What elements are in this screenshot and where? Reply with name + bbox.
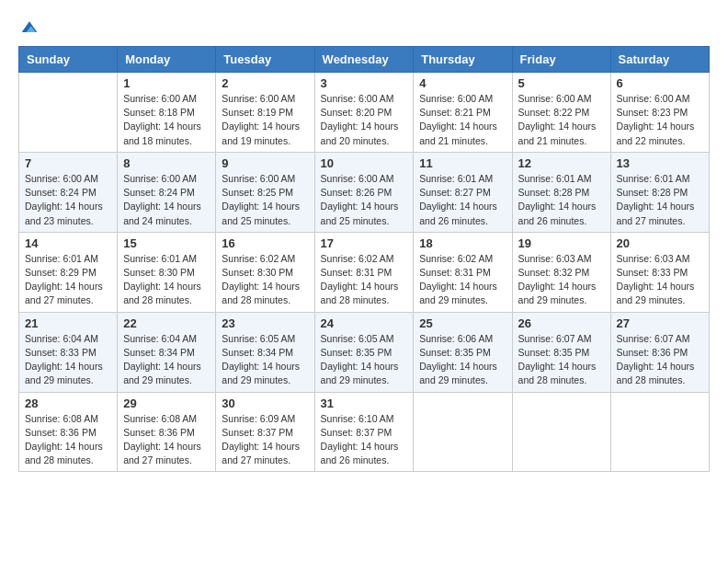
day-info: Sunrise: 6:00 AM Sunset: 8:24 PM Dayligh… <box>25 172 111 228</box>
calendar-cell: 14Sunrise: 6:01 AM Sunset: 8:29 PM Dayli… <box>19 232 118 312</box>
calendar-cell: 16Sunrise: 6:02 AM Sunset: 8:30 PM Dayli… <box>216 232 314 312</box>
day-info: Sunrise: 6:06 AM Sunset: 8:35 PM Dayligh… <box>419 332 506 388</box>
calendar-week-row: 28Sunrise: 6:08 AM Sunset: 8:36 PM Dayli… <box>19 392 710 472</box>
calendar-cell: 12Sunrise: 6:01 AM Sunset: 8:28 PM Dayli… <box>512 152 610 232</box>
day-info: Sunrise: 6:04 AM Sunset: 8:33 PM Dayligh… <box>25 332 111 388</box>
day-number: 27 <box>617 316 703 330</box>
calendar-cell: 8Sunrise: 6:00 AM Sunset: 8:24 PM Daylig… <box>118 152 216 232</box>
day-info: Sunrise: 6:00 AM Sunset: 8:18 PM Dayligh… <box>123 92 210 148</box>
calendar-header-row: SundayMondayTuesdayWednesdayThursdayFrid… <box>19 47 710 73</box>
calendar-cell: 25Sunrise: 6:06 AM Sunset: 8:35 PM Dayli… <box>414 312 512 392</box>
calendar-header-thursday: Thursday <box>414 47 512 73</box>
day-number: 13 <box>617 156 703 170</box>
day-number: 22 <box>123 316 210 330</box>
day-info: Sunrise: 6:00 AM Sunset: 8:22 PM Dayligh… <box>518 92 605 148</box>
calendar-cell: 22Sunrise: 6:04 AM Sunset: 8:34 PM Dayli… <box>118 312 216 392</box>
day-info: Sunrise: 6:09 AM Sunset: 8:37 PM Dayligh… <box>222 412 308 468</box>
logo-icon <box>20 18 39 37</box>
day-info: Sunrise: 6:00 AM Sunset: 8:21 PM Dayligh… <box>419 92 506 148</box>
day-info: Sunrise: 6:02 AM Sunset: 8:31 PM Dayligh… <box>419 252 506 308</box>
day-number: 20 <box>617 236 703 250</box>
calendar-week-row: 1Sunrise: 6:00 AM Sunset: 8:18 PM Daylig… <box>19 73 710 153</box>
day-number: 2 <box>222 76 308 90</box>
calendar-cell: 15Sunrise: 6:01 AM Sunset: 8:30 PM Dayli… <box>118 232 216 312</box>
day-number: 17 <box>321 236 408 250</box>
day-number: 9 <box>222 156 308 170</box>
calendar-cell: 29Sunrise: 6:08 AM Sunset: 8:36 PM Dayli… <box>118 392 216 472</box>
calendar-cell: 19Sunrise: 6:03 AM Sunset: 8:32 PM Dayli… <box>512 232 610 312</box>
calendar-cell: 27Sunrise: 6:07 AM Sunset: 8:36 PM Dayli… <box>610 312 709 392</box>
calendar-cell: 3Sunrise: 6:00 AM Sunset: 8:20 PM Daylig… <box>314 73 414 153</box>
day-number: 21 <box>25 316 111 330</box>
day-info: Sunrise: 6:04 AM Sunset: 8:34 PM Dayligh… <box>123 332 210 388</box>
day-number: 6 <box>617 76 703 90</box>
day-number: 8 <box>123 156 210 170</box>
day-number: 23 <box>222 316 308 330</box>
calendar-table: SundayMondayTuesdayWednesdayThursdayFrid… <box>18 46 710 472</box>
day-info: Sunrise: 6:01 AM Sunset: 8:27 PM Dayligh… <box>419 172 506 228</box>
calendar-cell: 1Sunrise: 6:00 AM Sunset: 8:18 PM Daylig… <box>118 73 216 153</box>
day-info: Sunrise: 6:02 AM Sunset: 8:31 PM Dayligh… <box>321 252 408 308</box>
calendar-cell: 24Sunrise: 6:05 AM Sunset: 8:35 PM Dayli… <box>314 312 414 392</box>
day-number: 11 <box>419 156 506 170</box>
calendar-cell: 17Sunrise: 6:02 AM Sunset: 8:31 PM Dayli… <box>314 232 414 312</box>
day-info: Sunrise: 6:03 AM Sunset: 8:33 PM Dayligh… <box>617 252 703 308</box>
calendar-cell: 28Sunrise: 6:08 AM Sunset: 8:36 PM Dayli… <box>19 392 118 472</box>
calendar-cell: 6Sunrise: 6:00 AM Sunset: 8:23 PM Daylig… <box>610 73 709 153</box>
day-info: Sunrise: 6:00 AM Sunset: 8:20 PM Dayligh… <box>321 92 408 148</box>
calendar-header-tuesday: Tuesday <box>216 47 314 73</box>
calendar-week-row: 7Sunrise: 6:00 AM Sunset: 8:24 PM Daylig… <box>19 152 710 232</box>
day-number: 28 <box>25 396 111 410</box>
day-info: Sunrise: 6:00 AM Sunset: 8:24 PM Dayligh… <box>123 172 210 228</box>
day-info: Sunrise: 6:05 AM Sunset: 8:34 PM Dayligh… <box>222 332 308 388</box>
calendar-cell: 9Sunrise: 6:00 AM Sunset: 8:25 PM Daylig… <box>216 152 314 232</box>
day-info: Sunrise: 6:10 AM Sunset: 8:37 PM Dayligh… <box>321 412 408 468</box>
day-number: 5 <box>518 76 605 90</box>
calendar-cell: 20Sunrise: 6:03 AM Sunset: 8:33 PM Dayli… <box>610 232 709 312</box>
calendar-header-saturday: Saturday <box>610 47 709 73</box>
day-info: Sunrise: 6:08 AM Sunset: 8:36 PM Dayligh… <box>25 412 111 468</box>
calendar-cell: 11Sunrise: 6:01 AM Sunset: 8:27 PM Dayli… <box>414 152 512 232</box>
calendar-header-sunday: Sunday <box>19 47 118 73</box>
day-number: 10 <box>321 156 408 170</box>
day-info: Sunrise: 6:01 AM Sunset: 8:28 PM Dayligh… <box>617 172 703 228</box>
calendar-week-row: 21Sunrise: 6:04 AM Sunset: 8:33 PM Dayli… <box>19 312 710 392</box>
day-number: 18 <box>419 236 506 250</box>
day-number: 26 <box>518 316 605 330</box>
day-info: Sunrise: 6:02 AM Sunset: 8:30 PM Dayligh… <box>222 252 308 308</box>
calendar-header-wednesday: Wednesday <box>314 47 414 73</box>
calendar-cell <box>19 73 118 153</box>
day-info: Sunrise: 6:08 AM Sunset: 8:36 PM Dayligh… <box>123 412 210 468</box>
day-number: 3 <box>321 76 408 90</box>
day-number: 12 <box>518 156 605 170</box>
day-info: Sunrise: 6:05 AM Sunset: 8:35 PM Dayligh… <box>321 332 408 388</box>
day-number: 29 <box>123 396 210 410</box>
calendar-cell: 4Sunrise: 6:00 AM Sunset: 8:21 PM Daylig… <box>414 73 512 153</box>
day-number: 24 <box>321 316 408 330</box>
calendar-cell: 5Sunrise: 6:00 AM Sunset: 8:22 PM Daylig… <box>512 73 610 153</box>
calendar-header-monday: Monday <box>118 47 216 73</box>
calendar-cell: 13Sunrise: 6:01 AM Sunset: 8:28 PM Dayli… <box>610 152 709 232</box>
day-number: 7 <box>25 156 111 170</box>
day-info: Sunrise: 6:07 AM Sunset: 8:36 PM Dayligh… <box>617 332 703 388</box>
calendar-cell <box>512 392 610 472</box>
day-number: 19 <box>518 236 605 250</box>
day-info: Sunrise: 6:01 AM Sunset: 8:30 PM Dayligh… <box>123 252 210 308</box>
day-info: Sunrise: 6:07 AM Sunset: 8:35 PM Dayligh… <box>518 332 605 388</box>
calendar-cell <box>610 392 709 472</box>
calendar-week-row: 14Sunrise: 6:01 AM Sunset: 8:29 PM Dayli… <box>19 232 710 312</box>
logo <box>18 18 39 37</box>
day-number: 30 <box>222 396 308 410</box>
day-info: Sunrise: 6:00 AM Sunset: 8:19 PM Dayligh… <box>222 92 308 148</box>
day-number: 15 <box>123 236 210 250</box>
calendar-cell: 31Sunrise: 6:10 AM Sunset: 8:37 PM Dayli… <box>314 392 414 472</box>
day-number: 14 <box>25 236 111 250</box>
day-info: Sunrise: 6:01 AM Sunset: 8:28 PM Dayligh… <box>518 172 605 228</box>
calendar-header-friday: Friday <box>512 47 610 73</box>
calendar-cell: 18Sunrise: 6:02 AM Sunset: 8:31 PM Dayli… <box>414 232 512 312</box>
calendar-cell: 10Sunrise: 6:00 AM Sunset: 8:26 PM Dayli… <box>314 152 414 232</box>
calendar-cell: 7Sunrise: 6:00 AM Sunset: 8:24 PM Daylig… <box>19 152 118 232</box>
calendar-cell: 30Sunrise: 6:09 AM Sunset: 8:37 PM Dayli… <box>216 392 314 472</box>
day-info: Sunrise: 6:00 AM Sunset: 8:26 PM Dayligh… <box>321 172 408 228</box>
day-number: 4 <box>419 76 506 90</box>
